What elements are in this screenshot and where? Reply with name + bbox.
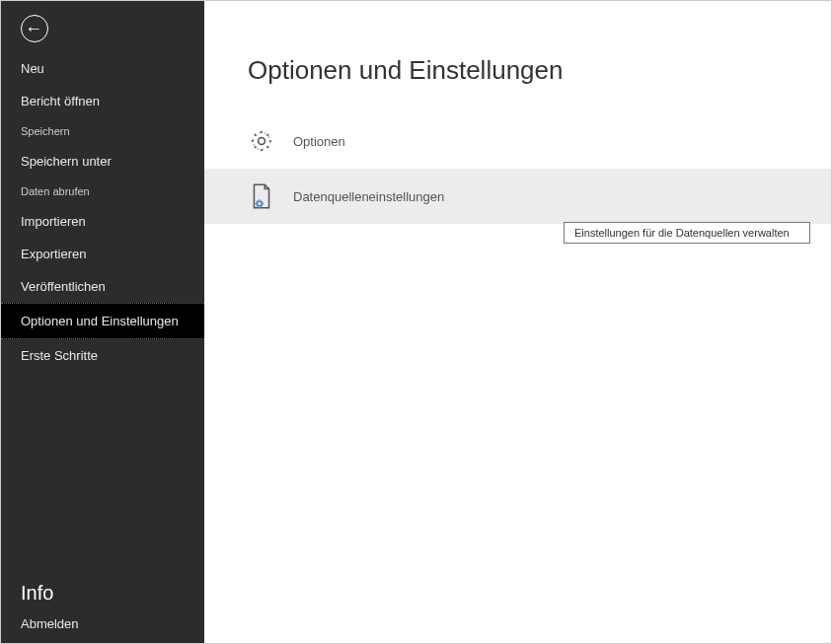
signout-label: Abmelden [21, 616, 79, 631]
signout-link[interactable]: Abmelden [1, 608, 204, 643]
sidebar-item-label: Exportieren [21, 247, 86, 261]
sidebar-item-label: Erste Schritte [21, 348, 98, 363]
sidebar-item-label: Veröffentlichen [21, 279, 106, 294]
page-title: Optionen und Einstellungen [204, 1, 831, 113]
sidebar-item-label: Importieren [21, 214, 86, 229]
svg-point-0 [259, 138, 265, 145]
main-content: Optionen und Einstellungen Optionen [204, 1, 831, 643]
sidebar-item-publish[interactable]: Veröffentlichen [1, 270, 204, 303]
info-heading: Info [1, 574, 204, 608]
svg-point-2 [257, 201, 262, 206]
sidebar-item-label: Daten abrufen [21, 185, 90, 197]
option-label: Datenquelleneinstellungen [293, 189, 444, 204]
document-gear-icon [248, 182, 275, 210]
sidebar-item-save-as[interactable]: Speichern unter [1, 145, 204, 178]
sidebar-item-label: Bericht öffnen [21, 94, 100, 108]
back-button[interactable]: ← [1, 1, 204, 52]
sidebar-item-options-settings[interactable]: Optionen und Einstellungen [1, 303, 204, 339]
back-arrow-icon: ← [21, 15, 48, 42]
option-label: Optionen [293, 134, 345, 149]
sidebar-item-getting-started[interactable]: Erste Schritte [1, 339, 204, 372]
sidebar-item-label: Optionen und Einstellungen [21, 314, 179, 328]
tooltip-text: Einstellungen für die Datenquellen verwa… [574, 227, 790, 239]
sidebar-item-export[interactable]: Exportieren [1, 238, 204, 270]
sidebar-item-label: Neu [21, 61, 44, 76]
sidebar-item-save[interactable]: Speichern [1, 117, 204, 145]
gear-icon [248, 127, 275, 155]
sidebar: ← Neu Bericht öffnen Speichern Speichern… [1, 1, 204, 643]
option-options[interactable]: Optionen [204, 113, 831, 169]
sidebar-item-label: Speichern unter [21, 154, 112, 169]
sidebar-item-new[interactable]: Neu [1, 52, 204, 85]
sidebar-item-import[interactable]: Importieren [1, 205, 204, 238]
sidebar-item-open-report[interactable]: Bericht öffnen [1, 85, 204, 117]
sidebar-menu: Neu Bericht öffnen Speichern Speichern u… [1, 52, 204, 372]
tooltip: Einstellungen für die Datenquellen verwa… [564, 222, 810, 244]
option-datasource-settings[interactable]: Datenquelleneinstellungen [204, 169, 831, 224]
sidebar-item-get-data[interactable]: Daten abrufen [1, 178, 204, 205]
sidebar-item-label: Speichern [21, 125, 70, 137]
